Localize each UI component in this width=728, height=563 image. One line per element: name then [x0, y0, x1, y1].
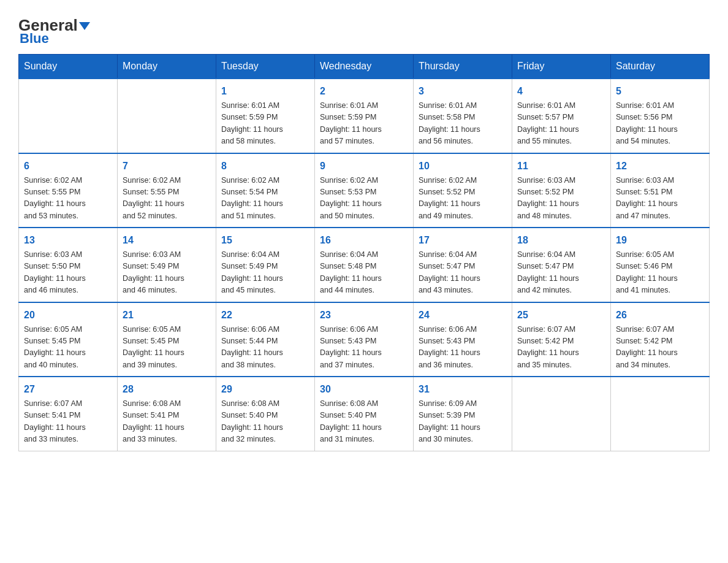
calendar-cell: 19Sunrise: 6:05 AM Sunset: 5:46 PM Dayli…: [611, 228, 710, 302]
day-info: Sunrise: 6:06 AM Sunset: 5:43 PM Dayligh…: [419, 324, 507, 372]
calendar-week-2: 6Sunrise: 6:02 AM Sunset: 5:55 PM Daylig…: [19, 153, 710, 228]
day-info: Sunrise: 6:08 AM Sunset: 5:41 PM Dayligh…: [123, 398, 211, 446]
day-info: Sunrise: 6:08 AM Sunset: 5:40 PM Dayligh…: [320, 398, 408, 446]
calendar-cell: 22Sunrise: 6:06 AM Sunset: 5:44 PM Dayli…: [216, 302, 315, 377]
day-info: Sunrise: 6:06 AM Sunset: 5:44 PM Dayligh…: [221, 324, 309, 372]
calendar-header: SundayMondayTuesdayWednesdayThursdayFrid…: [19, 55, 710, 79]
day-number: 20: [24, 308, 112, 323]
day-number: 17: [419, 233, 507, 248]
day-info: Sunrise: 6:01 AM Sunset: 5:59 PM Dayligh…: [221, 100, 309, 148]
day-info: Sunrise: 6:02 AM Sunset: 5:55 PM Dayligh…: [24, 175, 112, 223]
calendar-cell: 25Sunrise: 6:07 AM Sunset: 5:42 PM Dayli…: [512, 302, 611, 377]
day-number: 31: [419, 382, 507, 397]
day-number: 24: [419, 308, 507, 323]
calendar-cell: 5Sunrise: 6:01 AM Sunset: 5:56 PM Daylig…: [611, 79, 710, 153]
day-number: 25: [517, 308, 605, 323]
day-number: 23: [320, 308, 408, 323]
day-number: 18: [517, 233, 605, 248]
page-header: General Blue: [18, 12, 710, 47]
calendar-cell: 1Sunrise: 6:01 AM Sunset: 5:59 PM Daylig…: [216, 79, 315, 153]
calendar-week-4: 20Sunrise: 6:05 AM Sunset: 5:45 PM Dayli…: [19, 302, 710, 377]
calendar-cell: 6Sunrise: 6:02 AM Sunset: 5:55 PM Daylig…: [19, 153, 118, 228]
calendar-cell: 31Sunrise: 6:09 AM Sunset: 5:39 PM Dayli…: [414, 377, 512, 451]
day-info: Sunrise: 6:06 AM Sunset: 5:43 PM Dayligh…: [320, 324, 408, 372]
day-number: 6: [24, 159, 112, 174]
day-info: Sunrise: 6:04 AM Sunset: 5:47 PM Dayligh…: [419, 249, 507, 297]
day-info: Sunrise: 6:01 AM Sunset: 5:56 PM Dayligh…: [616, 100, 704, 148]
day-info: Sunrise: 6:07 AM Sunset: 5:42 PM Dayligh…: [616, 324, 704, 372]
day-number: 14: [123, 233, 211, 248]
day-number: 28: [123, 382, 211, 397]
calendar-cell: 30Sunrise: 6:08 AM Sunset: 5:40 PM Dayli…: [315, 377, 414, 451]
day-info: Sunrise: 6:03 AM Sunset: 5:51 PM Dayligh…: [616, 175, 704, 223]
logo: General Blue: [18, 12, 90, 47]
calendar-week-5: 27Sunrise: 6:07 AM Sunset: 5:41 PM Dayli…: [19, 377, 710, 451]
calendar-cell: 18Sunrise: 6:04 AM Sunset: 5:47 PM Dayli…: [512, 228, 611, 302]
day-number: 19: [616, 233, 704, 248]
day-info: Sunrise: 6:05 AM Sunset: 5:45 PM Dayligh…: [24, 324, 112, 372]
calendar-cell: 15Sunrise: 6:04 AM Sunset: 5:49 PM Dayli…: [216, 228, 315, 302]
calendar-cell: 3Sunrise: 6:01 AM Sunset: 5:58 PM Daylig…: [414, 79, 512, 153]
day-info: Sunrise: 6:07 AM Sunset: 5:41 PM Dayligh…: [24, 398, 112, 446]
day-info: Sunrise: 6:04 AM Sunset: 5:47 PM Dayligh…: [517, 249, 605, 297]
day-number: 11: [517, 159, 605, 174]
calendar-cell: 16Sunrise: 6:04 AM Sunset: 5:48 PM Dayli…: [315, 228, 414, 302]
day-info: Sunrise: 6:02 AM Sunset: 5:53 PM Dayligh…: [320, 175, 408, 223]
calendar-cell: 8Sunrise: 6:02 AM Sunset: 5:54 PM Daylig…: [216, 153, 315, 228]
day-number: 2: [320, 84, 408, 99]
day-number: 26: [616, 308, 704, 323]
calendar-cell: 23Sunrise: 6:06 AM Sunset: 5:43 PM Dayli…: [315, 302, 414, 377]
weekday-header-sunday: Sunday: [19, 55, 118, 79]
calendar-cell: 12Sunrise: 6:03 AM Sunset: 5:51 PM Dayli…: [611, 153, 710, 228]
day-number: 22: [221, 308, 309, 323]
calendar-cell: 4Sunrise: 6:01 AM Sunset: 5:57 PM Daylig…: [512, 79, 611, 153]
logo-blue-text: Blue: [20, 31, 49, 47]
day-number: 9: [320, 159, 408, 174]
day-info: Sunrise: 6:02 AM Sunset: 5:55 PM Dayligh…: [123, 175, 211, 223]
weekday-header-wednesday: Wednesday: [315, 55, 414, 79]
calendar-cell: 17Sunrise: 6:04 AM Sunset: 5:47 PM Dayli…: [414, 228, 512, 302]
day-number: 3: [419, 84, 507, 99]
day-info: Sunrise: 6:05 AM Sunset: 5:46 PM Dayligh…: [616, 249, 704, 297]
day-info: Sunrise: 6:09 AM Sunset: 5:39 PM Dayligh…: [419, 398, 507, 446]
calendar-cell: 28Sunrise: 6:08 AM Sunset: 5:41 PM Dayli…: [118, 377, 216, 451]
day-info: Sunrise: 6:03 AM Sunset: 5:49 PM Dayligh…: [123, 249, 211, 297]
calendar-cell: [118, 79, 216, 153]
day-info: Sunrise: 6:08 AM Sunset: 5:40 PM Dayligh…: [221, 398, 309, 446]
day-info: Sunrise: 6:07 AM Sunset: 5:42 PM Dayligh…: [517, 324, 605, 372]
weekday-header-friday: Friday: [512, 55, 611, 79]
day-info: Sunrise: 6:01 AM Sunset: 5:59 PM Dayligh…: [320, 100, 408, 148]
calendar-cell: [512, 377, 611, 451]
calendar-cell: 21Sunrise: 6:05 AM Sunset: 5:45 PM Dayli…: [118, 302, 216, 377]
day-number: 4: [517, 84, 605, 99]
day-number: 8: [221, 159, 309, 174]
calendar-cell: 27Sunrise: 6:07 AM Sunset: 5:41 PM Dayli…: [19, 377, 118, 451]
calendar-cell: 9Sunrise: 6:02 AM Sunset: 5:53 PM Daylig…: [315, 153, 414, 228]
day-info: Sunrise: 6:04 AM Sunset: 5:49 PM Dayligh…: [221, 249, 309, 297]
calendar-cell: 10Sunrise: 6:02 AM Sunset: 5:52 PM Dayli…: [414, 153, 512, 228]
day-info: Sunrise: 6:03 AM Sunset: 5:52 PM Dayligh…: [517, 175, 605, 223]
calendar-cell: 20Sunrise: 6:05 AM Sunset: 5:45 PM Dayli…: [19, 302, 118, 377]
calendar-week-3: 13Sunrise: 6:03 AM Sunset: 5:50 PM Dayli…: [19, 228, 710, 302]
day-info: Sunrise: 6:02 AM Sunset: 5:54 PM Dayligh…: [221, 175, 309, 223]
day-info: Sunrise: 6:04 AM Sunset: 5:48 PM Dayligh…: [320, 249, 408, 297]
calendar-cell: 7Sunrise: 6:02 AM Sunset: 5:55 PM Daylig…: [118, 153, 216, 228]
calendar-cell: [19, 79, 118, 153]
day-info: Sunrise: 6:02 AM Sunset: 5:52 PM Dayligh…: [419, 175, 507, 223]
calendar-week-1: 1Sunrise: 6:01 AM Sunset: 5:59 PM Daylig…: [19, 79, 710, 153]
day-number: 5: [616, 84, 704, 99]
day-info: Sunrise: 6:01 AM Sunset: 5:58 PM Dayligh…: [419, 100, 507, 148]
weekday-header-thursday: Thursday: [414, 55, 512, 79]
calendar-cell: 26Sunrise: 6:07 AM Sunset: 5:42 PM Dayli…: [611, 302, 710, 377]
weekday-header-saturday: Saturday: [611, 55, 710, 79]
calendar-cell: 13Sunrise: 6:03 AM Sunset: 5:50 PM Dayli…: [19, 228, 118, 302]
day-number: 7: [123, 159, 211, 174]
day-number: 21: [123, 308, 211, 323]
day-number: 16: [320, 233, 408, 248]
calendar-cell: 14Sunrise: 6:03 AM Sunset: 5:49 PM Dayli…: [118, 228, 216, 302]
weekday-header-tuesday: Tuesday: [216, 55, 315, 79]
day-info: Sunrise: 6:03 AM Sunset: 5:50 PM Dayligh…: [24, 249, 112, 297]
calendar-cell: 24Sunrise: 6:06 AM Sunset: 5:43 PM Dayli…: [414, 302, 512, 377]
calendar-table: SundayMondayTuesdayWednesdayThursdayFrid…: [18, 54, 710, 451]
weekday-header-monday: Monday: [118, 55, 216, 79]
